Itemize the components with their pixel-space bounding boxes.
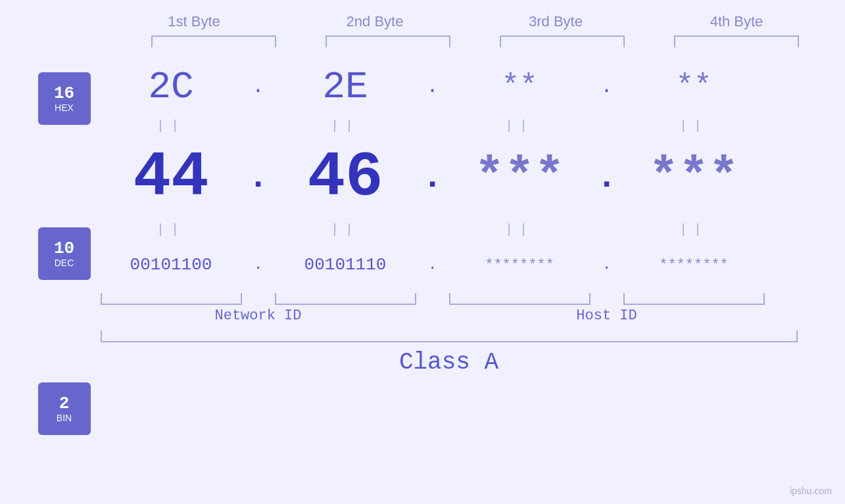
dec-row: 44 . 46 . *** . *** [101,138,798,217]
bin-badge-num: 2 [59,394,70,413]
dec-val3: *** [449,149,591,206]
hex-val1: 2C [101,66,242,108]
sep-hex-dec-1: || [101,118,242,133]
sep-hex-dec-4: || [623,118,765,133]
dec-badge-num: 10 [54,239,74,258]
bin-dot3: . [591,257,623,273]
bin-dot2: . [416,257,449,273]
host-bracket-start [449,293,591,305]
sep-dec-bin-4: || [623,222,765,237]
hex-dot1: . [242,76,275,98]
hex-badge: 16 HEX [38,72,91,125]
badges-column: 16 HEX 10 DEC 2 BIN [28,60,101,435]
bracket-byte4 [674,35,799,47]
sep-hex-dec-3: || [449,118,591,133]
network-bracket [101,293,242,305]
bin-row: 00101100 . 00101110 . ******** . [101,242,798,288]
class-bracket [101,331,798,342]
id-labels-row: Network ID Host ID [101,308,798,324]
host-id-label: Host ID [416,308,798,324]
dec-val2: 46 [275,142,416,214]
dec-badge-label: DEC [55,258,74,268]
network-bracket-end [275,293,416,305]
hex-dot3: . [591,76,623,98]
dec-val4: *** [623,149,765,206]
dec-dot3: . [591,158,623,197]
watermark: ipshu.com [790,486,832,496]
dec-badge: 10 DEC [38,227,91,280]
bracket-byte2 [326,35,450,47]
sep-dec-bin-1: || [101,222,242,237]
hex-row: 2C . 2E . ** . ** [101,60,798,113]
hex-badge-label: HEX [55,103,74,113]
hex-val4: ** [623,70,765,104]
sep-dec-bin-3: || [449,222,591,237]
dec-val1: 44 [101,142,242,214]
content-grid: 16 HEX 10 DEC 2 BIN 2C [28,60,837,435]
bin-badge-label: BIN [57,413,72,423]
sep-hex-dec-2: || [275,118,416,133]
dec-dot2: . [416,158,449,197]
byte2-header: 2nd Byte [302,13,447,30]
hex-val2: 2E [275,66,416,108]
top-brackets [127,35,824,47]
hex-dot2: . [416,76,449,98]
bottom-inner-brackets [101,293,798,305]
byte3-header: 3rd Byte [483,13,628,30]
main-container: 1st Byte 2nd Byte 3rd Byte 4th Byte 16 H… [0,0,845,504]
byte-headers: 1st Byte 2nd Byte 3rd Byte 4th Byte [104,13,827,30]
bracket-byte3 [500,35,625,47]
bin-val1: 00101100 [101,255,242,275]
dec-dot1: . [242,158,275,197]
sep-dec-bin-2: || [275,222,416,237]
data-columns: 2C . 2E . ** . ** [101,60,837,435]
bracket-byte1 [151,35,276,47]
bin-val3: ******** [449,257,591,273]
hex-val3: ** [449,70,591,104]
sep-hex-dec: || || || || [101,113,798,138]
bin-dot1: . [242,257,275,273]
bin-val2: 00101110 [275,255,416,275]
byte1-header: 1st Byte [122,13,266,30]
bin-badge: 2 BIN [38,382,91,435]
class-label: Class A [101,349,798,376]
host-bracket-end [623,293,765,305]
byte4-header: 4th Byte [664,13,809,30]
sep-dec-bin: || || || || [101,217,798,242]
bin-val4: ******** [623,257,765,273]
network-id-label: Network ID [101,308,416,324]
hex-badge-num: 16 [54,84,74,103]
